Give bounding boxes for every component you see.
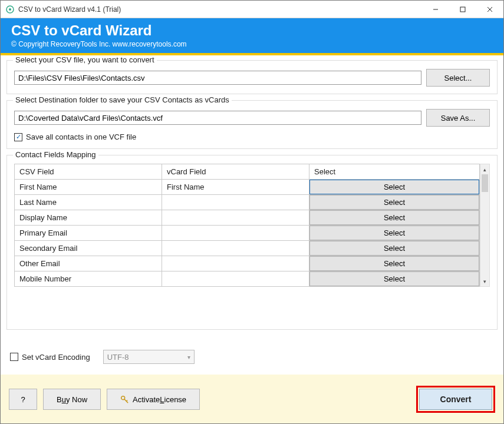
vcard-field-cell [162,210,309,226]
scroll-up-icon[interactable]: ▴ [480,164,489,174]
select-cell: Select [309,271,480,287]
table-header-row: CSV Field vCard Field Select [15,164,480,180]
encoding-value: UTF-8 [107,353,129,362]
scrollbar[interactable]: ▴ ▾ [480,164,490,287]
mapping-table: CSV Field vCard Field Select First NameF… [14,164,480,287]
encoding-label: Set vCard Encoding [22,353,90,362]
header-select[interactable]: Select [309,164,480,180]
minimize-button[interactable] [422,1,449,18]
footer: ? Buy Now Activate License Convert [1,375,503,423]
vcard-field-cell [162,241,309,256]
source-group: Select your CSV file, you want to conver… [6,60,498,94]
svg-point-1 [9,8,11,11]
csv-field-cell: Other Email [15,256,162,271]
vcard-field-cell [162,271,309,287]
csv-field-cell: Secondary Email [15,241,162,256]
csv-field-cell: Display Name [15,210,162,226]
select-mapping-button[interactable]: Select [309,241,479,256]
encoding-checkbox[interactable]: ✓ [10,353,18,361]
source-group-label: Select your CSV file, you want to conver… [13,55,157,64]
activate-pre: Activate [133,395,160,404]
csv-field-cell: Last Name [15,195,162,210]
table-row: Last NameSelect [15,195,480,210]
select-file-button[interactable]: Select... [426,69,490,87]
svg-line-8 [126,400,127,401]
source-path-input[interactable] [14,71,421,85]
csv-field-cell: Primary Email [15,226,162,241]
select-cell: Select [309,180,480,195]
select-mapping-button[interactable]: Select [309,256,479,271]
vcard-field-cell: First Name [162,180,309,195]
buy-now-button[interactable]: Buy Now [43,389,101,410]
activate-license-button[interactable]: Activate License [107,389,200,410]
titlebar: CSV to vCard Wizard v4.1 (Trial) [1,1,503,18]
vcard-field-cell [162,226,309,241]
maximize-button[interactable] [449,1,476,18]
key-icon [120,395,129,404]
destination-path-input[interactable] [14,111,421,125]
header-title: CSV to vCard Wizard [11,23,493,38]
select-cell: Select [309,195,480,210]
chevron-down-icon: ▾ [187,354,190,360]
header-subtitle: © Copyright RecoveryTools Inc. www.recov… [11,40,493,48]
select-mapping-button[interactable]: Select [309,195,479,210]
buy-post: y Now [66,395,87,404]
close-button[interactable] [476,1,503,18]
select-cell: Select [309,241,480,256]
select-mapping-button[interactable]: Select [309,226,479,240]
vcard-field-cell [162,195,309,210]
table-row: Mobile NumberSelect [15,271,480,287]
buy-underline: u [62,395,66,404]
select-cell: Select [309,226,480,241]
scroll-thumb[interactable] [482,174,488,192]
encoding-checkbox-row[interactable]: ✓ Set vCard Encoding [10,353,90,362]
select-cell: Select [309,256,480,271]
select-cell: Select [309,210,480,226]
table-row: First NameFirst NameSelect [15,180,480,195]
encoding-row: ✓ Set vCard Encoding UTF-8 ▾ [6,336,498,375]
svg-rect-3 [460,7,465,12]
mapping-group: Contact Fields Mapping CSV Field vCard F… [6,155,498,330]
destination-group-label: Select Destination folder to save your C… [13,95,232,104]
header-csv-field[interactable]: CSV Field [15,164,162,180]
table-row: Primary EmailSelect [15,226,480,241]
window-title: CSV to vCard Wizard v4.1 (Trial) [18,5,422,14]
app-window: CSV to vCard Wizard v4.1 (Trial) CSV to … [0,0,504,424]
convert-button[interactable]: Convert [419,389,492,410]
header-vcard-field[interactable]: vCard Field [162,164,309,180]
activate-underline: L [160,395,164,404]
save-as-button[interactable]: Save As... [426,109,490,127]
app-icon [5,5,15,14]
help-button[interactable]: ? [9,389,37,410]
buy-pre: B [57,395,62,404]
scroll-down-icon[interactable]: ▾ [480,276,489,286]
save-all-label: Save all contacts in one VCF file [26,132,136,141]
content-area: Select your CSV file, you want to conver… [1,55,503,375]
encoding-combo[interactable]: UTF-8 ▾ [103,350,195,364]
select-mapping-button[interactable]: Select [309,180,479,194]
save-all-checkbox-row[interactable]: ✓ Save all contacts in one VCF file [14,132,490,141]
select-mapping-button[interactable]: Select [309,210,479,225]
csv-field-cell: Mobile Number [15,271,162,287]
convert-highlight: Convert [416,386,495,413]
activate-post: icense [164,395,187,404]
table-row: Other EmailSelect [15,256,480,271]
save-all-checkbox[interactable]: ✓ [14,133,22,141]
vcard-field-cell [162,256,309,271]
csv-field-cell: First Name [15,180,162,195]
table-row: Secondary EmailSelect [15,241,480,256]
destination-group: Select Destination folder to save your C… [6,100,498,149]
select-mapping-button[interactable]: Select [309,271,479,286]
table-row: Display NameSelect [15,210,480,226]
mapping-group-label: Contact Fields Mapping [13,150,98,159]
header-banner: CSV to vCard Wizard © Copyright Recovery… [1,18,503,55]
